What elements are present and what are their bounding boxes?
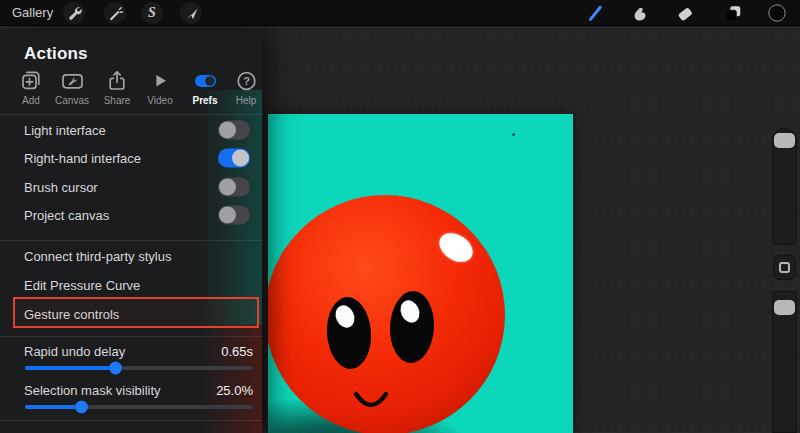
slider-value: 25.0% xyxy=(216,383,253,398)
row-label: Light interface xyxy=(24,122,106,137)
brush-icon xyxy=(585,3,605,23)
divider xyxy=(0,336,262,337)
row-label: Right-hand interface xyxy=(24,151,141,166)
color-button[interactable] xyxy=(766,2,788,24)
row-edit-pressure-curve[interactable]: Edit Pressure Curve xyxy=(0,270,262,299)
slider-fill xyxy=(25,405,82,409)
slider-label: Rapid undo delay xyxy=(24,344,125,359)
brush-cursor-toggle[interactable] xyxy=(218,177,250,196)
row-right-hand-interface: Right-hand interface xyxy=(0,144,262,173)
row-project-canvas: Project canvas xyxy=(0,201,262,230)
modify-button[interactable] xyxy=(773,255,796,280)
help-icon: ? xyxy=(235,69,258,92)
slider-label: Selection mask visibility xyxy=(24,383,161,398)
add-icon xyxy=(20,69,42,92)
row-connect-stylus[interactable]: Connect third-party stylus xyxy=(0,241,262,270)
row-label: Brush cursor xyxy=(24,179,98,194)
slider-handle[interactable] xyxy=(75,401,88,414)
procreate-app: Gallery S xyxy=(0,0,800,433)
magic-wand-icon xyxy=(107,5,124,22)
adjustments-button[interactable] xyxy=(104,2,126,24)
eraser-tool-button[interactable] xyxy=(674,2,696,24)
toggle-knob xyxy=(219,207,236,224)
row-label: Project canvas xyxy=(24,208,109,223)
tab-share-label: Share xyxy=(96,95,138,106)
smile xyxy=(352,390,392,420)
smudge-tool-button[interactable] xyxy=(629,2,651,24)
tab-canvas-label: Canvas xyxy=(51,95,93,106)
brush-tool-button[interactable] xyxy=(584,2,606,24)
video-play-icon xyxy=(149,69,171,92)
divider xyxy=(0,420,262,421)
tab-video[interactable]: Video xyxy=(139,67,181,109)
selection-mask-visibility-slider[interactable] xyxy=(25,405,253,409)
tab-share[interactable]: Share xyxy=(96,67,138,109)
gallery-button[interactable]: Gallery xyxy=(12,0,53,26)
light-interface-toggle[interactable] xyxy=(218,120,250,139)
wrench-icon xyxy=(66,5,83,22)
brush-size-handle[interactable] xyxy=(774,133,795,148)
slider-value: 0.65s xyxy=(221,344,253,359)
project-canvas-toggle[interactable] xyxy=(218,206,250,225)
share-icon xyxy=(106,69,128,92)
gesture-controls-highlight-box xyxy=(13,297,259,328)
smudge-finger-icon xyxy=(630,3,650,23)
layers-button[interactable] xyxy=(722,2,744,24)
toggle-knob xyxy=(219,178,236,195)
drawing-canvas[interactable] xyxy=(268,114,573,433)
transform-arrow-icon xyxy=(183,5,200,22)
panel-title: Actions xyxy=(24,44,88,64)
tab-add-label: Add xyxy=(10,95,52,106)
row-label: Connect third-party stylus xyxy=(24,248,171,263)
row-brush-cursor: Brush cursor xyxy=(0,172,262,201)
color-swatch-circle xyxy=(767,3,787,23)
brush-opacity-handle[interactable] xyxy=(774,300,795,315)
tab-add[interactable]: Add xyxy=(10,67,52,109)
rapid-undo-delay-slider[interactable] xyxy=(25,366,253,370)
tab-help[interactable]: ? Help xyxy=(225,67,262,109)
panel-red-bleed xyxy=(198,325,262,433)
tab-video-label: Video xyxy=(139,95,181,106)
tab-prefs-label: Prefs xyxy=(184,95,226,106)
selection-button[interactable]: S xyxy=(141,2,163,24)
eraser-icon xyxy=(675,3,695,23)
canvas-icon xyxy=(61,69,84,92)
row-label: Edit Pressure Curve xyxy=(24,277,140,292)
paint-speck xyxy=(512,133,515,136)
transform-button[interactable] xyxy=(180,2,202,24)
svg-text:?: ? xyxy=(243,75,250,87)
prefs-toggle-icon xyxy=(194,69,217,92)
slider-fill xyxy=(25,366,116,370)
top-toolbar: Gallery S xyxy=(0,0,800,26)
row-light-interface: Light interface xyxy=(0,115,262,144)
tab-help-label: Help xyxy=(225,95,262,106)
toggle-knob xyxy=(232,150,249,167)
slider-handle[interactable] xyxy=(109,362,122,375)
layers-icon xyxy=(723,3,743,23)
actions-panel: Actions Add Canvas xyxy=(0,30,262,433)
actions-button[interactable] xyxy=(63,2,85,24)
selection-s-icon: S xyxy=(148,6,156,20)
modify-square-icon xyxy=(779,262,790,273)
tab-prefs[interactable]: Prefs xyxy=(184,67,226,109)
tab-canvas[interactable]: Canvas xyxy=(51,67,93,109)
right-hand-interface-toggle[interactable] xyxy=(218,149,250,168)
toggle-knob xyxy=(219,121,236,138)
